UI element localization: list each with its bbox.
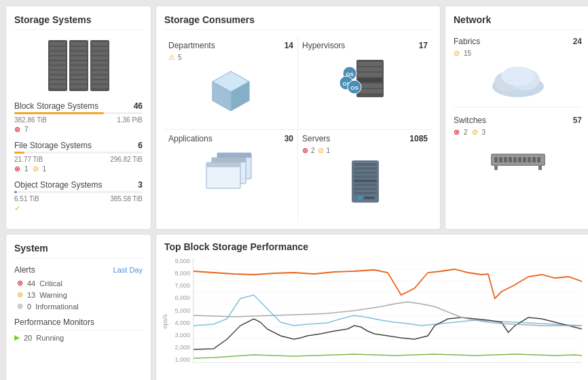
svg-rect-28 (92, 66, 108, 69)
dept-warnings: 5 (178, 54, 182, 61)
running-label: Running (36, 334, 64, 342)
info-icon: ⊗ (17, 302, 23, 311)
switches-image (454, 139, 582, 180)
warning-icon: ⊗ (17, 290, 23, 299)
chart-area (193, 258, 582, 363)
file-error-icon: ⊗ (14, 165, 20, 173)
y-labels: 9,000 8,000 7,000 6,000 5,000 4,000 3,00… (164, 258, 193, 363)
dashboard: Storage Systems (0, 0, 588, 380)
consumers-grid: Departments 14 ⚠ 5 (164, 37, 432, 223)
object-ok-icon: ✓ (14, 204, 20, 213)
file-storage-used: 21.77 TiB (14, 156, 43, 163)
warning-count: 13 (27, 291, 35, 299)
applications-item: Applications 30 (164, 130, 298, 223)
svg-rect-76 (509, 157, 512, 162)
svg-text:OS: OS (350, 85, 359, 91)
svg-rect-10 (50, 85, 66, 88)
svg-rect-74 (499, 157, 502, 162)
network-panel: Network Fabrics 24 ⊘ 15 (445, 5, 588, 230)
block-storage-bar (14, 112, 143, 114)
y-label-9000: 9,000 (174, 258, 190, 264)
object-storage-total: 385.58 TiB (110, 195, 143, 203)
svg-rect-53 (212, 158, 246, 162)
svg-rect-7 (50, 71, 66, 74)
servers-warnings: 1 (327, 147, 331, 154)
hypervisors-count: 17 (419, 41, 428, 50)
file-storage-label: File Storage Systems (14, 141, 92, 150)
svg-rect-80 (528, 157, 531, 162)
block-storage-bar-fill (14, 112, 104, 114)
file-error-count: 1 (24, 165, 29, 173)
info-count: 0 (27, 303, 31, 311)
system-panel: System Alerts Last Day ⊗ 44 Critical ⊗ 1… (5, 234, 151, 380)
applications-image (168, 146, 293, 194)
fabrics-warning-icon: ⊘ (454, 49, 460, 58)
last-day-dropdown[interactable]: Last Day (113, 266, 143, 274)
svg-rect-26 (92, 56, 108, 60)
svg-rect-55 (206, 162, 240, 167)
y-label-8000: 8,000 (174, 270, 190, 277)
hypervisors-image: OS OS OS (302, 53, 428, 101)
file-storage-total: 296.82 TiB (110, 156, 143, 163)
chart-container: ops/s 9,000 8,000 7,000 6,000 5,000 4,00… (164, 258, 582, 363)
y-label-1000: 1,000 (174, 356, 190, 363)
svg-point-65 (358, 196, 362, 200)
y-label-3000: 3,000 (174, 332, 190, 339)
y-label-7000: 7,000 (174, 282, 190, 289)
block-error-count: 7 (24, 126, 29, 133)
svg-rect-27 (92, 61, 108, 65)
block-storage-label: Block Storage Systems (14, 101, 98, 111)
orange-line (194, 269, 582, 298)
perf-monitors-title: Performance Monitors (14, 317, 143, 330)
svg-rect-62 (354, 184, 377, 186)
svg-rect-3 (50, 52, 66, 55)
applications-count: 30 (284, 134, 293, 143)
system-title: System (14, 243, 143, 258)
object-storage-item: Object Storage Systems 3 6.51 TiB 385.58… (14, 180, 143, 213)
svg-rect-41 (358, 78, 382, 82)
svg-rect-9 (50, 80, 66, 84)
storage-consumers-panel: Storage Consumers Departments 14 ⚠ 5 (155, 5, 441, 230)
storage-systems-image (14, 37, 143, 94)
object-storage-bar-fill (14, 191, 17, 193)
svg-rect-25 (92, 52, 108, 55)
svg-rect-43 (358, 89, 382, 93)
servers-warning-icon: ⊘ (318, 146, 324, 155)
critical-label: Critical (39, 279, 62, 288)
svg-rect-18 (71, 71, 87, 74)
y-axis-container: ops/s 9,000 8,000 7,000 6,000 5,000 4,00… (164, 258, 193, 363)
fabrics-count: 24 (573, 37, 582, 46)
fabrics-image (454, 61, 582, 101)
block-error-icon: ⊗ (14, 125, 20, 134)
servers-item: Servers 1085 ⊗ 2 ⊘ 1 (298, 130, 432, 223)
svg-rect-59 (354, 171, 377, 174)
svg-rect-15 (71, 56, 87, 60)
svg-rect-19 (71, 75, 87, 79)
servers-error-icon: ⊗ (302, 146, 308, 155)
block-storage-item: Block Storage Systems 46 382.86 TiB 1.36… (14, 101, 143, 134)
svg-rect-5 (50, 61, 66, 65)
svg-rect-4 (50, 56, 66, 60)
fabrics-item: Fabrics 24 ⊘ 15 (454, 37, 582, 107)
svg-rect-38 (358, 62, 382, 66)
svg-rect-84 (538, 166, 542, 170)
svg-rect-60 (354, 175, 377, 178)
y-label-2000: 2,000 (174, 344, 190, 351)
svg-rect-75 (504, 157, 507, 162)
storage-systems-panel: Storage Systems (5, 5, 151, 230)
svg-rect-29 (92, 71, 108, 74)
svg-rect-13 (71, 47, 87, 50)
servers-label: Servers (302, 134, 330, 143)
object-storage-count: 3 (138, 180, 143, 190)
svg-rect-1 (50, 42, 66, 46)
svg-rect-23 (92, 42, 108, 46)
applications-icon (204, 150, 258, 190)
y-label-5000: 5,000 (174, 307, 190, 314)
network-title: Network (454, 14, 582, 30)
svg-rect-81 (532, 157, 536, 162)
svg-rect-21 (71, 85, 87, 88)
alerts-label: Alerts (14, 265, 35, 275)
svg-rect-61 (354, 179, 377, 182)
svg-rect-77 (513, 157, 517, 162)
storage-rack-icon (45, 37, 113, 94)
